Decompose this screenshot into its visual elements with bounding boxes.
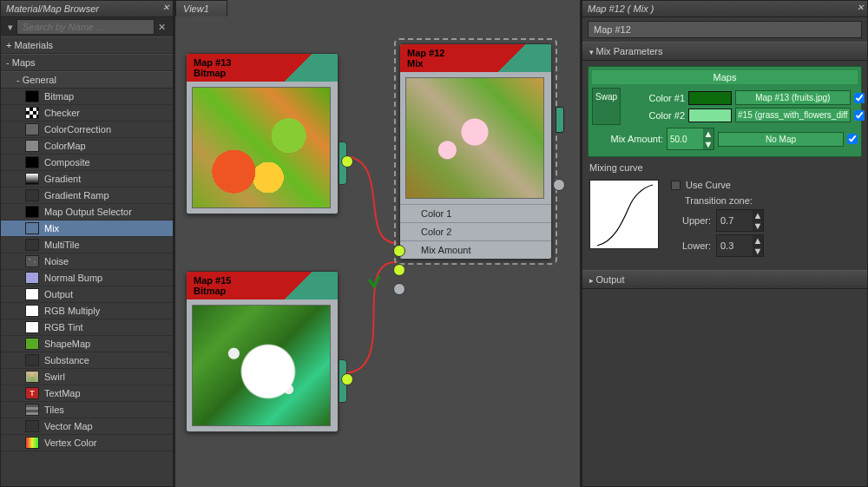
map-type-multitile[interactable]: MultiTile [1, 237, 173, 253]
pin-color1[interactable] [393, 245, 405, 257]
slot-color2[interactable]: Color 2 [400, 222, 551, 240]
browser-title-bar[interactable]: Material/Map Browser ✕ [1, 1, 173, 17]
rollout-mix-parameters[interactable]: Mix Parameters [582, 42, 867, 61]
node15-title2: Bitmap [194, 286, 331, 296]
swatch-icon [25, 239, 39, 251]
color1-swatch[interactable] [688, 91, 732, 105]
maps-section[interactable]: - Maps [1, 54, 173, 71]
node-map15[interactable]: Map #15Bitmap [184, 269, 340, 434]
node12-output-pin[interactable] [553, 179, 565, 191]
spin-down-icon[interactable]: ▼ [703, 139, 713, 149]
lower-label: Lower: [671, 240, 711, 251]
chevron-down-icon[interactable]: ▾ [4, 22, 16, 33]
curve-label: Mixing curve [588, 157, 862, 174]
node13-output-pin[interactable] [341, 155, 353, 168]
map-type-gradient-ramp[interactable]: Gradient Ramp [1, 188, 173, 204]
upper-label: Upper: [671, 215, 711, 226]
node15-thumbnail [192, 305, 331, 426]
map-type-label: Map Output Selector [44, 207, 132, 217]
slot-mixamount[interactable]: Mix Amount [400, 240, 551, 259]
map-type-tiles[interactable]: Tiles [1, 402, 173, 418]
map-type-mix[interactable]: Mix [1, 220, 173, 237]
maps-tree[interactable]: - General BitmapCheckerColorCorrectionCo… [1, 71, 173, 486]
map-type-label: RGB Multiply [44, 306, 100, 316]
clear-icon[interactable]: ✕ [155, 22, 169, 33]
swatch-icon [25, 305, 39, 317]
map-type-normal-bump[interactable]: Normal Bump [1, 270, 173, 286]
map-type-textmap[interactable]: TTextMap [1, 385, 173, 402]
map-type-label: Bitmap [44, 91, 74, 102]
props-title-bar[interactable]: Map #12 ( Mix ) ✕ [582, 1, 867, 17]
map-type-label: ShapeMap [44, 339, 90, 349]
node15-output-pin[interactable] [341, 373, 353, 385]
color1-map-button[interactable]: Map #13 (fruits.jpg) [735, 90, 851, 105]
category-general[interactable]: - General [1, 71, 173, 89]
map-type-label: Mix [44, 223, 59, 234]
map-type-rgb-multiply[interactable]: RGB Multiply [1, 303, 173, 319]
node-map13[interactable]: Map #13Bitmap [184, 51, 340, 216]
mixamount-enable-checkbox[interactable] [847, 134, 858, 144]
swatch-icon [25, 288, 39, 300]
map-type-vertex-color[interactable]: Vertex Color [1, 435, 173, 451]
map-type-composite[interactable]: Composite [1, 155, 173, 171]
spin-up-icon[interactable]: ▲ [753, 235, 763, 246]
color2-enable-checkbox[interactable] [854, 110, 865, 121]
pin-color2[interactable] [393, 264, 405, 276]
map-type-noise[interactable]: Noise [1, 253, 173, 270]
materials-section[interactable]: + Materials [1, 36, 173, 54]
upper-input[interactable] [717, 210, 753, 231]
swatch-icon [25, 272, 39, 284]
map-type-gradient[interactable]: Gradient [1, 171, 173, 188]
spin-up-icon[interactable]: ▲ [703, 128, 713, 139]
node13-title1: Map #13 [194, 57, 331, 68]
map-name-input[interactable] [588, 21, 862, 38]
node15-title1: Map #15 [194, 275, 331, 286]
swatch-icon [25, 354, 39, 366]
map-type-swirl[interactable]: Swirl [1, 369, 173, 385]
color2-map-button[interactable]: #15 (grass_with_flowers_diff [735, 108, 851, 122]
node-map12[interactable]: Map #12Mix Color 1 Color 2 Mix Amount [394, 38, 557, 265]
node12-handle[interactable] [556, 107, 564, 133]
view-tab[interactable]: View1 [175, 0, 227, 16]
map-type-vector-map[interactable]: Vector Map [1, 418, 173, 435]
map-type-checker[interactable]: Checker [1, 105, 173, 122]
swap-button[interactable]: Swap [592, 88, 621, 125]
close-icon[interactable]: ✕ [857, 3, 864, 12]
swatch-icon [25, 437, 39, 449]
pin-mixamount[interactable] [393, 283, 405, 295]
swatch-icon [25, 107, 39, 119]
use-curve-checkbox[interactable] [671, 181, 681, 190]
map-type-label: Swirl [44, 372, 65, 382]
map-type-colormap[interactable]: ColorMap [1, 138, 173, 155]
node12-title1: Map #12 [407, 48, 544, 58]
map-type-output[interactable]: Output [1, 286, 173, 303]
mixamount-spinner[interactable]: ▲▼ [667, 128, 714, 150]
close-icon[interactable]: ✕ [162, 3, 169, 12]
node-viewport[interactable]: View1 Map #13Bitmap Map #15Bitmap [174, 0, 582, 487]
mixamount-input[interactable] [667, 128, 703, 149]
mixing-curve-graph[interactable] [589, 180, 659, 249]
color2-swatch[interactable] [688, 109, 732, 122]
map-type-substance[interactable]: Substance [1, 352, 173, 369]
upper-spinner[interactable]: ▲▼ [716, 209, 764, 232]
map-type-colorcorrection[interactable]: ColorCorrection [1, 122, 173, 138]
maps-column-header: Maps [592, 70, 858, 84]
map-type-bitmap[interactable]: Bitmap [1, 89, 173, 105]
rollout-output[interactable]: Output [582, 270, 867, 289]
lower-input[interactable] [717, 235, 753, 256]
spin-up-icon[interactable]: ▲ [753, 210, 763, 220]
spin-down-icon[interactable]: ▼ [753, 220, 763, 231]
parameter-editor: Map #12 ( Mix ) ✕ Mix Parameters Maps Sw… [582, 0, 868, 487]
map-type-rgb-tint[interactable]: RGB Tint [1, 319, 173, 336]
map-type-map-output-selector[interactable]: Map Output Selector [1, 204, 173, 220]
search-input[interactable] [16, 19, 155, 35]
swatch-icon [25, 206, 39, 218]
slot-color1[interactable]: Color 1 [400, 204, 551, 222]
mixamount-map-button[interactable]: No Map [718, 132, 844, 147]
lower-spinner[interactable]: ▲▼ [716, 234, 764, 257]
swatch-icon [25, 156, 39, 168]
color2-label: Color #2 [624, 110, 685, 121]
map-type-shapemap[interactable]: ShapeMap [1, 336, 173, 352]
color1-enable-checkbox[interactable] [854, 93, 865, 103]
spin-down-icon[interactable]: ▼ [753, 246, 763, 256]
